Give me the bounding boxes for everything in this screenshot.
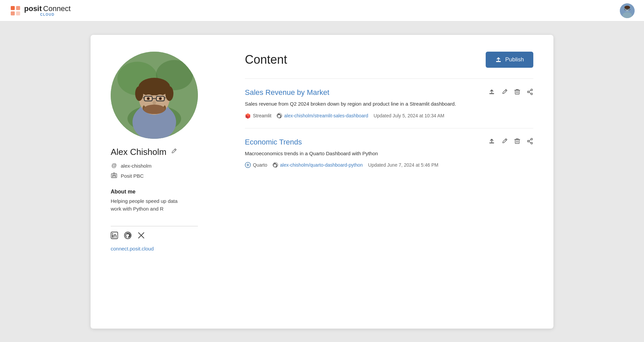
svg-rect-46: [496, 61, 501, 62]
content-item-1: Sales Revenue by Market: [245, 78, 533, 128]
svg-rect-1: [16, 6, 20, 10]
linkedin-icon[interactable]: [111, 232, 118, 239]
content-item-2-meta: Quarto alex-chisholm/quarto-dashboard-py…: [245, 162, 533, 168]
github-svg: [124, 232, 131, 239]
framework-name-1: Streamlit: [253, 113, 271, 118]
content-card: Alex Chisholm @ alex-chisholm: [91, 35, 553, 329]
svg-rect-39: [112, 176, 113, 177]
svg-point-31: [147, 97, 150, 100]
user-avatar[interactable]: [620, 3, 635, 18]
trash-icon-1: [514, 89, 521, 95]
profile-meta: @ alex-chisholm: [111, 163, 152, 179]
content-item-1-meta: Streamlit alex-chisholm/streamlit-sales-…: [245, 113, 533, 119]
building-icon: [111, 172, 117, 179]
profile-org: Posit PBC: [121, 173, 144, 179]
content-item-2-header: Economic Trends: [245, 138, 533, 147]
share-icon-1: [527, 89, 533, 95]
svg-point-57: [528, 140, 529, 142]
svg-rect-43: [112, 235, 113, 238]
github-link-1[interactable]: alex-chisholm/streamlit-sales-dashboard: [284, 113, 368, 118]
svg-rect-40: [115, 176, 116, 177]
top-navigation: posit Connect CLOUD: [0, 0, 644, 21]
posit-logo-icon: [9, 5, 21, 17]
updated-text-2: Updated June 7, 2024 at 5:46 PM: [368, 162, 438, 168]
content-item-1-header: Sales Revenue by Market: [245, 88, 533, 97]
framework-badge-1: Streamlit: [245, 113, 271, 119]
logo-tier: CLOUD: [24, 13, 71, 16]
github-icon-1: [277, 113, 282, 118]
org-meta: Posit PBC: [111, 172, 152, 179]
edit-button-2[interactable]: [501, 138, 508, 146]
linkedin-svg: [111, 232, 118, 239]
quarto-icon: [245, 162, 251, 168]
content-item-1-desc: Sales revenue from Q2 2024 broken down b…: [245, 100, 533, 108]
edit-profile-button[interactable]: [170, 148, 177, 156]
main-wrapper: Alex Chisholm @ alex-chisholm: [0, 21, 644, 342]
svg-rect-3: [16, 11, 20, 15]
logo-brand: posit: [24, 5, 42, 13]
trash-icon-2: [514, 138, 521, 145]
framework-name-2: Quarto: [253, 162, 267, 168]
profile-avatar: [111, 52, 198, 139]
share-icon-2: [527, 138, 533, 145]
deploy-icon-2: [488, 138, 495, 145]
about-section: About me Helping people speed up datawor…: [111, 189, 177, 213]
x-svg: [138, 232, 145, 239]
svg-rect-54: [515, 139, 519, 144]
svg-rect-48: [515, 90, 519, 94]
svg-rect-41: [113, 173, 115, 174]
about-title: About me: [111, 189, 177, 195]
content-header: Content Publish: [245, 52, 533, 68]
content-main: Content Publish Sales Revenue by Market: [245, 52, 533, 312]
svg-rect-0: [11, 6, 15, 10]
website-link[interactable]: connect.posit.cloud: [111, 246, 154, 251]
updated-text-1: Updated July 5, 2024 at 10:34 AM: [374, 113, 444, 118]
username-meta: @ alex-chisholm: [111, 163, 152, 169]
svg-point-50: [531, 93, 533, 95]
svg-rect-37: [114, 175, 115, 176]
edit-button-1[interactable]: [501, 89, 508, 97]
about-text: Helping people speed up datawork with Py…: [111, 197, 177, 213]
pencil-icon: [170, 148, 177, 155]
page-title: Content: [245, 53, 287, 67]
svg-point-34: [144, 105, 165, 114]
github-link-2[interactable]: alex-chisholm/quarto-dashboard-python: [280, 162, 363, 168]
svg-point-33: [153, 101, 156, 105]
svg-rect-36: [112, 175, 113, 176]
logo-text: posit Connect CLOUD: [24, 5, 71, 16]
logo-product: Connect: [43, 5, 71, 13]
svg-point-44: [112, 233, 113, 234]
svg-rect-2: [11, 11, 15, 15]
svg-rect-53: [489, 142, 494, 144]
content-item-1-title[interactable]: Sales Revenue by Market: [245, 88, 329, 97]
svg-rect-47: [489, 93, 494, 94]
profile-avatar-image: [111, 52, 198, 139]
svg-rect-38: [115, 175, 116, 176]
delete-button-1[interactable]: [514, 89, 521, 97]
svg-point-51: [528, 91, 529, 93]
twitter-x-icon[interactable]: [138, 232, 145, 239]
grid-building-icon: [111, 172, 117, 178]
publish-label: Publish: [505, 56, 524, 63]
at-icon: @: [111, 163, 117, 169]
delete-button-2[interactable]: [514, 138, 521, 146]
content-item-2-actions: [488, 138, 533, 146]
profile-divider: [111, 226, 198, 226]
deploy-icon-1: [488, 89, 495, 95]
github-badge-1: alex-chisholm/streamlit-sales-dashboard: [277, 113, 368, 118]
svg-point-56: [531, 142, 533, 144]
deploy-button-1[interactable]: [488, 89, 495, 97]
avatar-image: [620, 3, 635, 18]
profile-name: Alex Chisholm: [111, 147, 166, 157]
svg-point-55: [531, 138, 533, 140]
github-social-icon[interactable]: [124, 232, 131, 239]
edit-icon-2: [501, 138, 508, 145]
share-button-2[interactable]: [527, 138, 533, 146]
svg-point-19: [139, 78, 170, 97]
deploy-button-2[interactable]: [488, 138, 495, 146]
content-item-2: Economic Trends: [245, 128, 533, 178]
share-button-1[interactable]: [527, 89, 533, 97]
github-icon-2: [273, 162, 278, 168]
content-item-2-title[interactable]: Economic Trends: [245, 138, 302, 147]
publish-button[interactable]: Publish: [486, 52, 533, 68]
